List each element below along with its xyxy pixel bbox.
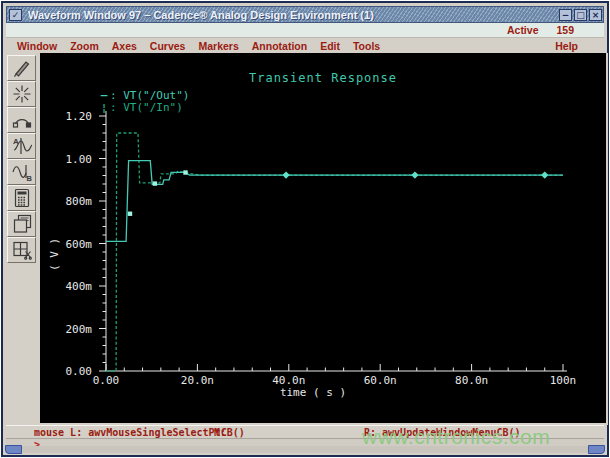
selected-point-marker[interactable]	[183, 170, 187, 174]
horizontal-marker-b-icon: B	[11, 162, 33, 182]
minimize-button[interactable]: −	[559, 9, 572, 21]
trace-in[interactable]	[106, 133, 563, 371]
star-burst-icon	[11, 84, 33, 104]
active-label: Active	[507, 24, 539, 36]
window-title: Waveform Window 97 – Cadence® Analog Des…	[28, 9, 558, 21]
svg-text:200m: 200m	[66, 323, 93, 336]
svg-text:100n: 100n	[550, 374, 577, 387]
svg-text:0.00: 0.00	[66, 365, 93, 378]
trace-out[interactable]	[106, 161, 563, 242]
calculator-button[interactable]	[7, 185, 36, 211]
close-icon: ×	[592, 10, 600, 20]
pen-tool-icon	[11, 58, 33, 78]
waveform-plot[interactable]: 0.0020.0n40.0n60.0n80.0n100n0.00200m400m…	[40, 53, 606, 423]
menu-items: WindowZoomAxesCurvesMarkersAnnotationEdi…	[17, 40, 380, 52]
watermark: www.cntronics.com	[362, 425, 550, 449]
menu-item-curves[interactable]: Curves	[150, 40, 186, 52]
close-button[interactable]: ×	[589, 9, 602, 21]
menu-item-window[interactable]: Window	[17, 40, 57, 52]
window-scissors-icon	[11, 240, 33, 260]
svg-text:60.0n: 60.0n	[364, 374, 397, 387]
menu-item-tools[interactable]: Tools	[353, 40, 380, 52]
svg-text:1.00: 1.00	[66, 153, 93, 166]
maximize-icon: □	[576, 10, 585, 20]
menu-item-axes[interactable]: Axes	[112, 40, 137, 52]
pen-tool-button[interactable]	[7, 55, 36, 81]
svg-text:B: B	[26, 174, 32, 182]
left-toolbar: A B	[6, 55, 39, 263]
application-window: ✓ Waveform Window 97 – Cadence® Analog D…	[1, 1, 609, 457]
waveform-canvas[interactable]: Transient Response — : VT("/Out") ¦ : VT…	[40, 53, 606, 423]
window-menu-button[interactable]: ✓	[9, 9, 22, 21]
selected-point-marker[interactable]	[128, 212, 132, 216]
vertical-marker-button[interactable]: A	[7, 133, 36, 159]
menu-item-edit[interactable]: Edit	[320, 40, 340, 52]
menu-item-markers[interactable]: Markers	[198, 40, 238, 52]
copy-window-button[interactable]	[7, 211, 36, 237]
svg-text:20.0n: 20.0n	[181, 374, 214, 387]
menu-item-zoom[interactable]: Zoom	[70, 40, 99, 52]
resize-corner-right[interactable]	[588, 445, 605, 454]
data-point-marker[interactable]	[541, 171, 548, 178]
active-status-band: Active 159	[6, 23, 604, 38]
horizontal-marker-button[interactable]: B	[7, 159, 36, 185]
menu-item-annotation[interactable]: Annotation	[252, 40, 307, 52]
maximize-button[interactable]: □	[574, 9, 587, 21]
svg-text:1.20: 1.20	[66, 110, 93, 123]
svg-text:0.00: 0.00	[93, 374, 120, 387]
title-bar[interactable]: ✓ Waveform Window 97 – Cadence® Analog D…	[6, 6, 604, 23]
menu-item-help[interactable]: Help	[555, 40, 604, 52]
svg-text:80.0n: 80.0n	[455, 374, 488, 387]
active-count: 159	[556, 24, 574, 36]
calculator-icon	[11, 188, 33, 208]
copy-pages-icon	[11, 214, 33, 234]
menu-bar: WindowZoomAxesCurvesMarkersAnnotationEdi…	[6, 38, 604, 53]
svg-text:800m: 800m	[66, 195, 93, 208]
data-point-marker[interactable]	[411, 171, 418, 178]
main-area: A B	[6, 53, 608, 425]
arc-probe-icon	[11, 110, 33, 130]
svg-text:400m: 400m	[66, 280, 93, 293]
svg-text:40.0n: 40.0n	[272, 374, 305, 387]
checkmark-icon: ✓	[12, 10, 20, 20]
split-window-button[interactable]	[7, 237, 36, 263]
redraw-button[interactable]	[7, 81, 36, 107]
data-point-marker[interactable]	[282, 171, 289, 178]
svg-text:600m: 600m	[66, 238, 93, 251]
selected-point-marker[interactable]	[153, 181, 157, 185]
minimize-icon: −	[562, 10, 570, 20]
vertical-marker-a-icon: A	[11, 136, 33, 156]
mouse-middle-binding: M:	[214, 427, 226, 438]
resize-corner-left[interactable]	[5, 445, 22, 454]
stretch-probe-button[interactable]	[7, 107, 36, 133]
